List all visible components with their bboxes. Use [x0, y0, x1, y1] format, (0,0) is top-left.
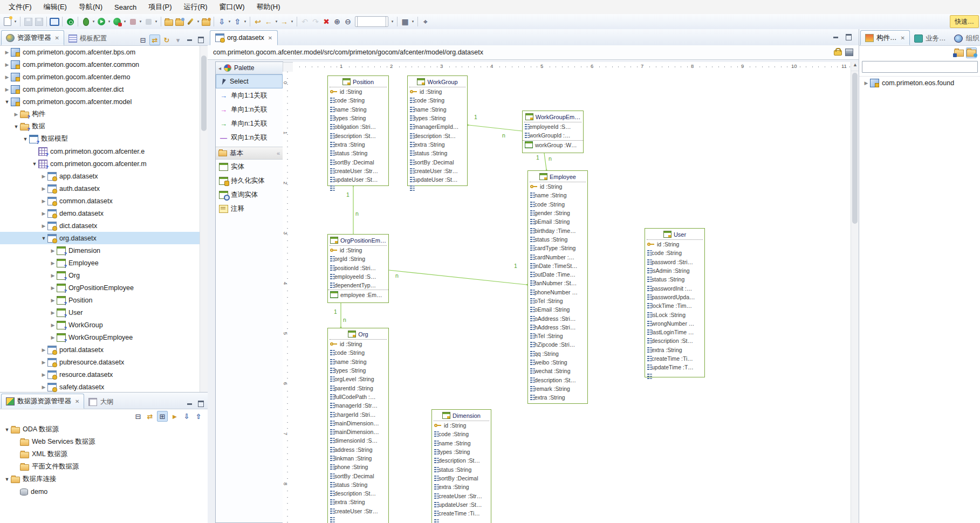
redo-icon[interactable]: ↷ — [311, 17, 320, 26]
import-connection-icon[interactable]: ⇩ — [182, 411, 191, 421]
entity-field[interactable]: status :String — [528, 235, 587, 244]
expander-icon[interactable]: ▶ — [3, 62, 11, 67]
entity-OrgPositionEm…[interactable]: OrgPositionEm…id :StringorgId :Stringpos… — [327, 234, 389, 303]
entity-field[interactable]: code :String — [645, 249, 704, 257]
run-icon[interactable] — [97, 17, 106, 26]
save-all-icon[interactable] — [34, 17, 44, 26]
entity-field[interactable]: cardType :String — [528, 244, 587, 252]
entity-field[interactable]: name :String — [408, 105, 467, 114]
entity-field[interactable] — [328, 515, 388, 523]
entity-field[interactable]: types :String — [328, 114, 388, 122]
minimize-button[interactable] — [184, 399, 194, 409]
palette-collapse-icon[interactable]: ◂ — [218, 65, 221, 71]
entity-field[interactable]: sortBy :Decimal — [328, 471, 388, 480]
new-wizard-icon[interactable] — [3, 17, 12, 26]
entity-field[interactable]: oAddress :Stri… — [528, 314, 587, 322]
entity-field[interactable]: hZipcode :Stri… — [528, 340, 587, 349]
tree-item[interactable]: ▶User — [0, 306, 200, 319]
link-with-editor-icon[interactable]: ⇄ — [145, 411, 155, 421]
server-start-icon[interactable] — [65, 17, 75, 26]
entity-field[interactable]: managerEmpId… — [408, 122, 467, 131]
relationship-line[interactable] — [389, 270, 526, 285]
entity-field[interactable]: wechat :String — [528, 367, 587, 375]
entity-field[interactable]: extra :String — [408, 140, 467, 149]
entity-field[interactable]: dependentTyp… — [328, 281, 388, 290]
entity-field[interactable]: code :String — [432, 430, 491, 438]
expander-icon[interactable]: ▶ — [49, 273, 57, 278]
entity-field[interactable]: types :String — [408, 114, 467, 122]
dropdown-arrow-icon[interactable]: ▾ — [138, 19, 143, 24]
components-tab-组织…[interactable]: 组织… — [950, 31, 980, 45]
forward-icon[interactable]: → — [279, 17, 289, 26]
entity-field[interactable]: createUser :Str… — [328, 507, 388, 515]
collapse-all-icon[interactable]: ⊟ — [138, 35, 148, 45]
entity-field[interactable]: parentId :String — [328, 383, 388, 392]
entity-header[interactable]: Dimension — [434, 410, 489, 421]
entity-field[interactable]: employeeId :S… — [328, 272, 388, 281]
entity-Employee[interactable]: Employeeid :Stringname :Stringcode :Stri… — [527, 170, 588, 404]
palette-group-basic[interactable]: 基本 « — [216, 147, 283, 160]
export-connection-icon[interactable]: ⇧ — [194, 411, 203, 421]
dropdown-arrow-icon[interactable]: ▾ — [107, 19, 112, 24]
entity-field[interactable]: oEmail :String — [528, 305, 587, 314]
dropdown-arrow-icon[interactable]: ▾ — [227, 19, 232, 24]
entity-field[interactable]: workGroupId :… — [523, 131, 583, 140]
back-icon[interactable]: ← — [264, 17, 273, 26]
entity-field[interactable]: dimensionId :S… — [328, 436, 388, 445]
entity-field[interactable]: passwordInit :… — [645, 284, 704, 292]
palette-header[interactable]: ◂ Palette — [216, 62, 283, 74]
entity-WorkGroup[interactable]: WorkGroupid :Stringcode :Stringname :Str… — [407, 75, 468, 186]
entity-field[interactable]: code :String — [528, 200, 587, 209]
entity-field[interactable]: qq :String — [528, 349, 587, 358]
components-tab-业务…[interactable]: 业务… — [910, 31, 950, 45]
expander-icon[interactable]: ▶ — [3, 74, 11, 80]
palette-tool-单向1:1关联[interactable]: →单向1:1关联 — [216, 88, 283, 102]
entity-field[interactable]: oTel :String — [528, 297, 587, 305]
entity-field[interactable]: id :String — [328, 340, 388, 348]
expander-icon[interactable]: ▼ — [3, 427, 11, 432]
entity-field[interactable]: id :String — [328, 246, 388, 254]
package-mode-icon[interactable] — [954, 48, 964, 58]
entity-field[interactable]: sortBy :Decimal — [432, 474, 491, 483]
entity-field[interactable]: id :String — [408, 87, 467, 96]
entity-header[interactable]: User — [647, 229, 703, 240]
entity-Position[interactable]: Positionid :Stringcode :Stringname :Stri… — [327, 75, 389, 186]
entity-field[interactable]: id :String — [528, 182, 587, 191]
link-selection-icon[interactable]: ► — [170, 411, 180, 421]
entity-field[interactable]: phoneNumber … — [528, 288, 587, 297]
open-resource-icon[interactable] — [175, 17, 184, 26]
expander-icon[interactable]: ▼ — [12, 124, 20, 129]
export-icon[interactable]: ⇧ — [232, 17, 242, 26]
entity-field[interactable]: id :String — [645, 240, 704, 249]
maximize-button[interactable] — [196, 399, 205, 409]
entity-field[interactable]: hAddress :Stri… — [528, 323, 587, 332]
entity-field[interactable]: id :String — [328, 87, 388, 96]
tree-item[interactable]: demo — [0, 485, 208, 498]
entity-header[interactable]: Org — [330, 329, 387, 340]
palette-tool-双向1:n关联[interactable]: —双向1:n关联 — [216, 130, 283, 144]
entity-field[interactable]: workGroup :W… — [523, 140, 583, 149]
palette-tool-持久化实体[interactable]: 持久化实体 — [216, 174, 283, 188]
entity-field[interactable]: description :St… — [328, 489, 388, 498]
tree-item[interactable]: ▶com.primeton.eos.found — [859, 77, 980, 89]
quick-access-button[interactable]: 快速… — [950, 15, 979, 28]
entity-field[interactable]: updateUser :St… — [432, 500, 491, 509]
layout-icon[interactable]: ▦ — [400, 17, 410, 26]
entity-field[interactable]: updateUser :St… — [408, 175, 467, 184]
entity-header[interactable]: OrgPositionEm… — [330, 235, 387, 246]
entity-field[interactable]: updateUser :St… — [328, 175, 388, 184]
entity-field[interactable]: inDate :TimeSt… — [528, 262, 587, 270]
expander-icon[interactable]: ▼ — [3, 99, 11, 105]
entity-field[interactable]: types :String — [432, 448, 491, 456]
tree-item[interactable]: ▼ODA 数据源 — [0, 423, 208, 436]
expander-icon[interactable]: ▶ — [49, 322, 57, 328]
entity-header[interactable]: Employee — [530, 171, 586, 182]
dropdown-arrow-icon[interactable]: ▾ — [410, 19, 415, 24]
resume-icon[interactable] — [143, 17, 153, 26]
dropdown-arrow-icon[interactable]: ▾ — [290, 19, 294, 24]
tree-item[interactable]: ▶app.datasetx — [0, 170, 200, 182]
undo-icon[interactable]: ↶ — [300, 17, 310, 26]
entity-field[interactable]: cardNumber :… — [528, 252, 587, 261]
expander-icon[interactable]: ▶ — [40, 372, 47, 377]
entity-Dimension[interactable]: Dimensionid :Stringcode :Stringname :Str… — [431, 409, 491, 523]
